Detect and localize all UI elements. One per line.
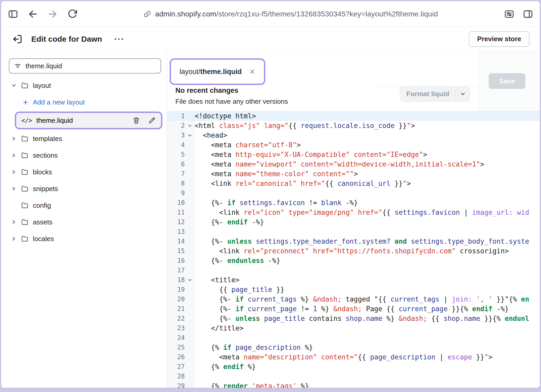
tree-item-add-a-new-layout[interactable]: +Add a new layout [1,94,167,111]
reload-icon[interactable] [67,9,78,19]
preview-store-button[interactable]: Preview store [469,31,530,47]
tree-item-blocks[interactable]: blocks [1,164,167,180]
code-line-27[interactable]: 27 {% endif %} [167,362,540,372]
code-text[interactable]: {%- if current_page != 1 %} &ndash; Page… [195,304,509,314]
code-line-12[interactable]: 12 {%- endif -%} [167,217,540,227]
tree-item-templates[interactable]: templates [1,130,167,147]
code-text[interactable]: <!doctype html> [195,111,256,121]
fold-icon[interactable] [187,133,192,138]
tree-item-config[interactable]: config [1,197,167,214]
code-text[interactable]: <meta name="description" content="{{ pag… [195,352,493,362]
folder-icon [21,135,29,143]
back-icon[interactable] [28,9,38,19]
code-line-2[interactable]: 2<html class="js" lang="{{ request.local… [167,121,540,131]
code-line-25[interactable]: 25 {% if page_description %} [167,343,540,352]
code-line-16[interactable]: 16 {%- endunless -%} [167,256,540,266]
save-button[interactable]: Save [489,73,525,89]
file-search-input[interactable]: theme.liquid [9,58,161,74]
code-line-3[interactable]: 3 <head> [167,131,540,140]
code-text[interactable]: {%- if current_tags %} &ndash; tagged "{… [195,295,529,304]
file-tree: layout+Add a new layout</>theme.liquidte… [1,77,167,247]
code-line-29[interactable]: 29 {% render 'meta-tags' %} [167,381,540,388]
format-liquid-button[interactable]: Format liquid [400,86,470,102]
code-line-11[interactable]: 11 <link rel="icon" type="image/png" hre… [167,208,540,217]
chevron-right-icon[interactable] [11,136,17,142]
more-menu-icon[interactable] [113,36,125,42]
tree-item-theme-liquid[interactable]: </>theme.liquid [16,113,161,128]
code-text[interactable]: {{ page_title }} [195,285,284,295]
chevron-down-icon[interactable] [11,83,17,88]
tree-item-layout[interactable]: layout [1,77,167,94]
code-text[interactable]: {%- if settings.favicon != blank -%} [195,198,358,208]
code-line-15[interactable]: 15 <link rel="preconnect" href="https://… [167,246,540,256]
link-icon [144,10,151,18]
code-text[interactable]: <head> [195,131,227,140]
code-line-10[interactable]: 10 {%- if settings.favicon != blank -%} [167,198,540,208]
code-text[interactable]: {% if page_description %} [195,343,313,352]
code-editor[interactable]: 1<!doctype html>2<html class="js" lang="… [167,111,540,388]
chevron-down-icon[interactable] [456,91,470,97]
code-line-19[interactable]: 19 {{ page_title }} [167,285,540,295]
code-line-24[interactable]: 24 [167,333,540,343]
tree-item-snippets[interactable]: snippets [1,180,167,197]
close-tab-icon[interactable] [249,69,255,75]
version-status: No recent changes File does not have any… [175,87,288,106]
chevron-right-icon[interactable] [11,236,17,242]
extensions-icon[interactable] [504,9,514,19]
code-line-7[interactable]: 7 <meta name="theme-color" content=""> [167,169,540,179]
exit-icon[interactable] [11,34,22,45]
code-text[interactable]: <link rel="preconnect" href="https://fon… [195,246,509,256]
code-line-1[interactable]: 1<!doctype html> [167,111,540,121]
code-text[interactable]: <title> [195,275,239,285]
fold-icon[interactable] [187,278,192,283]
line-number: 14 [167,237,195,246]
file-sidebar: theme.liquid layout+Add a new layout</>t… [1,51,167,388]
sidebar-toggle-icon[interactable] [8,9,18,19]
code-text[interactable]: {% render 'meta-tags' %} [195,381,309,388]
tree-item-assets[interactable]: assets [1,214,167,230]
side-panel-icon[interactable] [523,9,533,19]
chevron-right-icon[interactable] [11,152,17,158]
code-line-26[interactable]: 26 <meta name="description" content="{{ … [167,352,540,362]
url-bar[interactable]: admin.shopify.com/store/rzq1xu-f5/themes… [144,10,438,18]
code-text[interactable]: <meta name="viewport" content="width=dev… [195,160,484,169]
delete-icon[interactable] [132,117,140,124]
code-line-5[interactable]: 5 <meta http-equiv="X-UA-Compatible" con… [167,150,540,160]
code-text[interactable]: {%- unless page_title contains shop.name… [195,314,529,323]
code-line-17[interactable]: 17 [167,266,540,275]
code-text[interactable]: <meta charset="utf-8"> [195,140,301,150]
code-line-9[interactable]: 9 [167,188,540,198]
code-text[interactable]: <link rel="canonical" href="{{ canonical… [195,179,411,188]
code-text[interactable]: {%- endif -%} [195,217,264,227]
code-text[interactable]: </title> [195,323,244,333]
code-line-13[interactable]: 13 [167,227,540,237]
code-line-18[interactable]: 18 <title> [167,275,540,285]
tab-theme-liquid[interactable]: layout/theme.liquid [172,61,263,82]
code-text[interactable]: <meta name="theme-color" content=""> [195,169,358,179]
chevron-right-icon[interactable] [11,219,17,225]
line-number: 3 [167,131,195,140]
code-line-22[interactable]: 22 {%- unless page_title contains shop.n… [167,314,540,323]
code-line-20[interactable]: 20 {%- if current_tags %} &ndash; tagged… [167,295,540,304]
edit-icon[interactable] [148,117,156,124]
code-text[interactable]: {% endif %} [195,362,256,372]
chevron-right-icon[interactable] [11,169,17,175]
code-line-4[interactable]: 4 <meta charset="utf-8"> [167,140,540,150]
tree-item-locales[interactable]: locales [1,230,167,247]
code-text[interactable]: {%- endunless -%} [195,256,280,266]
code-text[interactable]: <meta http-equiv="X-UA-Compatible" conte… [195,150,427,160]
chevron-right-icon[interactable] [11,186,17,192]
code-line-14[interactable]: 14 {%- unless settings.type_header_font.… [167,237,540,246]
forward-icon[interactable] [47,9,58,19]
chevron-spacer [11,203,17,208]
code-text[interactable]: {%- unless settings.type_header_font.sys… [195,237,529,246]
code-line-23[interactable]: 23 </title> [167,323,540,333]
code-line-28[interactable]: 28 [167,372,540,381]
fold-icon[interactable] [187,123,192,128]
code-line-6[interactable]: 6 <meta name="viewport" content="width=d… [167,160,540,169]
code-line-21[interactable]: 21 {%- if current_page != 1 %} &ndash; P… [167,304,540,314]
code-line-8[interactable]: 8 <link rel="canonical" href="{{ canonic… [167,179,540,188]
code-text[interactable]: <link rel="icon" type="image/png" href="… [195,208,529,217]
tree-item-sections[interactable]: sections [1,147,167,164]
code-text[interactable]: <html class="js" lang="{{ request.locale… [195,121,415,131]
